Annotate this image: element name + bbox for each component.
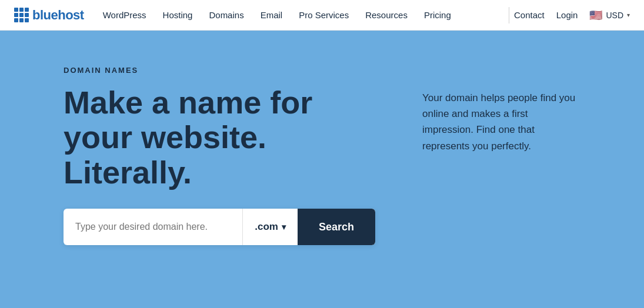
logo-grid-icon [14,8,29,22]
nav-divider [509,7,509,24]
logo-text: bluehost [32,8,84,23]
domain-search-input[interactable] [64,209,242,245]
logo[interactable]: bluehost [14,8,84,23]
hero-section: DOMAIN NAMES Make a name for your websit… [0,31,644,308]
nav-link-resources[interactable]: Resources [365,10,408,20]
currency-selector[interactable]: 🇺🇸 USD ▾ [589,9,630,22]
login-link[interactable]: Login [556,10,578,20]
currency-label: USD [606,11,623,20]
chevron-down-icon: ▾ [282,222,286,232]
hero-left: Make a name for your website. Literally.… [64,85,375,245]
hero-description: Your domain helps people find you online… [422,90,580,154]
tld-label: .com [255,221,278,233]
chevron-down-icon: ▾ [627,12,630,18]
nav-link-email[interactable]: Email [261,10,283,20]
nav-link-pro-services[interactable]: Pro Services [299,10,349,20]
search-bar: .com ▾ Search [64,209,375,245]
nav-link-pricing[interactable]: Pricing [424,10,451,20]
domain-label: DOMAIN NAMES [64,66,580,75]
nav-right: Contact Login 🇺🇸 USD ▾ [514,9,630,22]
nav-link-hosting[interactable]: Hosting [163,10,193,20]
flag-icon: 🇺🇸 [589,9,602,22]
hero-right: Your domain helps people find you online… [422,85,580,154]
hero-layout: Make a name for your website. Literally.… [64,85,580,245]
navbar: bluehost WordPress Hosting Domains Email… [0,0,644,31]
tld-selector[interactable]: .com ▾ [242,209,298,245]
contact-link[interactable]: Contact [514,10,545,20]
hero-content: DOMAIN NAMES Make a name for your websit… [0,66,644,245]
hero-title: Make a name for your website. Literally. [64,85,375,190]
nav-links: WordPress Hosting Domains Email Pro Serv… [103,10,504,20]
nav-link-wordpress[interactable]: WordPress [103,10,146,20]
nav-link-domains[interactable]: Domains [209,10,243,20]
search-button[interactable]: Search [298,209,375,245]
